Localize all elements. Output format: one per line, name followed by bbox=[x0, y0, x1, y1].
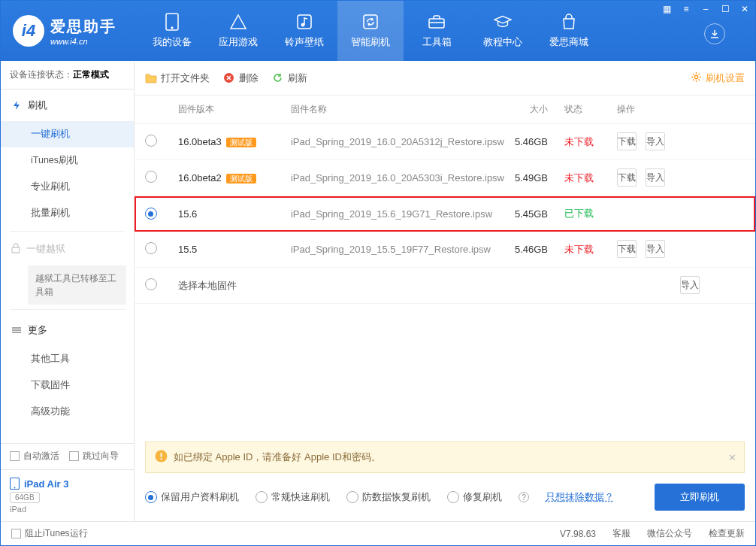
warning-close-icon[interactable]: ✕ bbox=[728, 452, 736, 463]
nav-store[interactable]: 爱思商城 bbox=[536, 1, 602, 61]
sidebar-more-group[interactable]: 更多 bbox=[1, 314, 134, 346]
block-itunes-checkbox[interactable]: 阻止iTunes运行 bbox=[11, 527, 88, 540]
flash-settings-button[interactable]: 刷机设置 bbox=[691, 71, 745, 85]
table-row[interactable]: 15.5iPad_Spring_2019_15.5_19F77_Restore.… bbox=[135, 232, 755, 268]
toolbar: 打开文件夹 删除 刷新 刷机设置 bbox=[135, 61, 755, 96]
table-row[interactable]: 15.6iPad_Spring_2019_15.6_19G71_Restore.… bbox=[135, 196, 755, 232]
more-icon bbox=[11, 325, 22, 335]
sidebar-flash-group[interactable]: 刷机 bbox=[1, 89, 134, 121]
footer-wechat[interactable]: 微信公众号 bbox=[647, 527, 692, 540]
opt-normal[interactable]: 常规快速刷机 bbox=[256, 490, 330, 504]
cell-status: 未下载 bbox=[564, 171, 617, 185]
cell-status: 已下载 bbox=[564, 207, 617, 220]
opt-repair[interactable]: 修复刷机 bbox=[447, 490, 502, 504]
nav-flash[interactable]: 智能刷机 bbox=[337, 1, 404, 61]
refresh-icon bbox=[361, 13, 380, 31]
nav-apps[interactable]: 应用游戏 bbox=[205, 1, 271, 61]
cell-version: 16.0beta2测试版 bbox=[178, 172, 291, 184]
cell-version: 16.0beta3测试版 bbox=[178, 136, 291, 148]
version-label: V7.98.63 bbox=[560, 529, 596, 539]
cell-version: 15.6 bbox=[178, 208, 291, 220]
graduation-icon bbox=[494, 13, 512, 31]
import-button[interactable]: 导入 bbox=[680, 276, 700, 294]
import-button[interactable]: 导入 bbox=[646, 240, 665, 258]
apps-icon bbox=[229, 13, 247, 31]
sidebar-bottom-opts: 自动激活 跳过向导 bbox=[1, 443, 134, 469]
svg-point-1 bbox=[171, 27, 173, 29]
reload-icon bbox=[272, 72, 284, 84]
sidebar-item-batch[interactable]: 批量刷机 bbox=[1, 200, 134, 226]
cell-status: 未下载 bbox=[564, 135, 617, 149]
flash-now-button[interactable]: 立即刷机 bbox=[655, 484, 745, 511]
download-ring-button[interactable] bbox=[704, 23, 725, 44]
choose-local-row[interactable]: 选择本地固件 导入 bbox=[135, 268, 755, 304]
import-button[interactable]: 导入 bbox=[646, 168, 665, 187]
brand-name: 爱思助手 bbox=[50, 17, 116, 37]
sidebar-item-advanced[interactable]: 高级功能 bbox=[1, 399, 134, 425]
cell-size: 5.45GB bbox=[504, 208, 564, 220]
sidebar-item-oneclick[interactable]: 一键刷机 bbox=[1, 121, 134, 147]
auto-activate-checkbox[interactable]: 自动激活 bbox=[10, 450, 59, 463]
appleid-warning: 如已绑定 Apple ID，请准备好 Apple ID和密码。 ✕ bbox=[145, 441, 745, 473]
jailbreak-note: 越狱工具已转移至工具箱 bbox=[28, 265, 126, 305]
th-name: 固件名称 bbox=[291, 103, 504, 116]
toolbox-icon bbox=[428, 13, 446, 31]
win-grid-icon[interactable]: ▦ bbox=[661, 4, 673, 14]
nav-tutorials[interactable]: 教程中心 bbox=[470, 1, 536, 61]
gear-icon bbox=[691, 71, 702, 85]
download-button[interactable]: 下载 bbox=[617, 240, 637, 258]
footer: 阻止iTunes运行 V7.98.63 客服 微信公众号 检查更新 bbox=[1, 521, 755, 545]
sidebar-item-itunes[interactable]: iTunes刷机 bbox=[1, 147, 134, 174]
radio-firmware[interactable] bbox=[145, 135, 157, 147]
footer-update[interactable]: 检查更新 bbox=[709, 527, 745, 540]
device-panel: iPad Air 3 64GB iPad bbox=[1, 469, 134, 521]
open-folder-button[interactable]: 打开文件夹 bbox=[145, 71, 210, 85]
folder-icon bbox=[145, 72, 157, 84]
delete-button[interactable]: 删除 bbox=[223, 71, 259, 85]
refresh-button[interactable]: 刷新 bbox=[272, 71, 307, 85]
cell-size: 5.46GB bbox=[504, 244, 564, 255]
cell-size: 5.49GB bbox=[504, 172, 564, 184]
logo-icon: i4 bbox=[13, 15, 44, 47]
nav-ringtones[interactable]: 铃声壁纸 bbox=[271, 1, 337, 61]
svg-rect-4 bbox=[364, 15, 377, 29]
footer-service[interactable]: 客服 bbox=[612, 527, 631, 540]
radio-firmware[interactable] bbox=[145, 171, 157, 183]
cell-status: 未下载 bbox=[564, 243, 617, 256]
win-close-icon[interactable]: ✕ bbox=[739, 4, 751, 14]
close-circle-icon bbox=[223, 72, 235, 84]
sidebar-jailbreak: 一键越狱 bbox=[1, 236, 134, 262]
erase-link[interactable]: 只想抹除数据？ bbox=[546, 490, 614, 504]
device-type: iPad bbox=[10, 505, 125, 514]
logo: i4 爱思助手 www.i4.cn bbox=[13, 15, 116, 47]
table-row[interactable]: 16.0beta3测试版iPad_Spring_2019_16.0_20A531… bbox=[135, 124, 755, 160]
sidebar: 设备连接状态：正常模式 刷机 一键刷机 iTunes刷机 专业刷机 批量刷机 一… bbox=[1, 61, 135, 521]
win-minimize-icon[interactable]: – bbox=[700, 4, 712, 14]
app-header: i4 爱思助手 www.i4.cn 我的设备 应用游戏 铃声壁纸 智能刷机 工具… bbox=[1, 1, 755, 61]
sidebar-item-other[interactable]: 其他工具 bbox=[1, 346, 134, 372]
radio-firmware[interactable] bbox=[145, 208, 157, 220]
opt-anti-recover[interactable]: 防数据恢复刷机 bbox=[346, 490, 431, 504]
device-name[interactable]: iPad Air 3 bbox=[10, 478, 125, 490]
th-version: 固件版本 bbox=[178, 103, 291, 116]
nav-toolbox[interactable]: 工具箱 bbox=[404, 1, 470, 61]
sidebar-item-pro[interactable]: 专业刷机 bbox=[1, 174, 134, 200]
download-button[interactable]: 下载 bbox=[617, 132, 637, 150]
win-menu-icon[interactable]: ≡ bbox=[680, 4, 692, 14]
table-row[interactable]: 16.0beta2测试版iPad_Spring_2019_16.0_20A530… bbox=[135, 160, 755, 196]
cell-size: 5.46GB bbox=[504, 136, 564, 147]
radio-local[interactable] bbox=[145, 278, 157, 290]
warning-icon bbox=[155, 450, 168, 465]
import-button[interactable]: 导入 bbox=[646, 132, 665, 150]
win-maximize-icon[interactable]: ☐ bbox=[719, 4, 731, 14]
svg-rect-5 bbox=[429, 19, 444, 28]
radio-firmware[interactable] bbox=[145, 242, 157, 254]
sidebar-item-download-fw[interactable]: 下载固件 bbox=[1, 372, 134, 399]
help-icon[interactable]: ? bbox=[519, 492, 529, 502]
music-icon bbox=[295, 13, 313, 31]
nav-my-device[interactable]: 我的设备 bbox=[139, 1, 205, 61]
tablet-icon bbox=[10, 478, 20, 490]
download-button[interactable]: 下载 bbox=[617, 168, 637, 187]
opt-keep-data[interactable]: 保留用户资料刷机 bbox=[145, 490, 239, 504]
skip-guide-checkbox[interactable]: 跳过向导 bbox=[69, 450, 119, 463]
